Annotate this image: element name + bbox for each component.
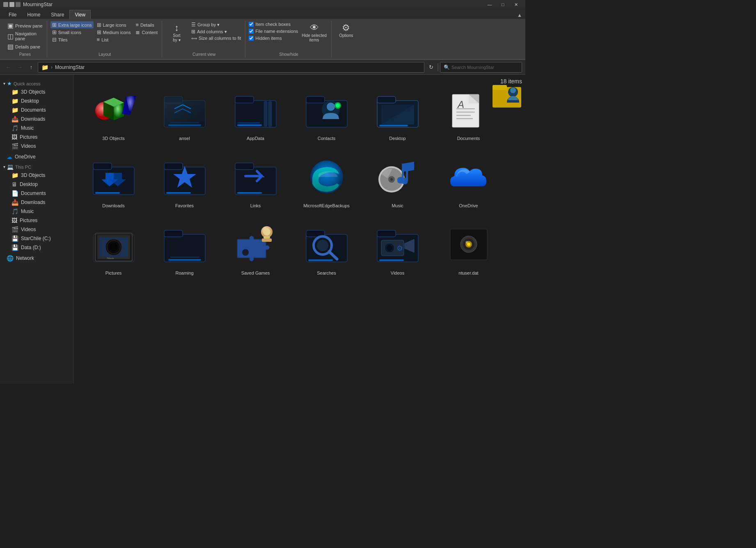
item-checkboxes-checkbox[interactable]: [249, 22, 254, 27]
svg-rect-70: [262, 238, 272, 242]
current-view-group: ↕ Sortby ▾ ☰ Group by ▾ ⊞ Add columns ▾: [163, 21, 245, 57]
tab-share[interactable]: Share: [46, 10, 69, 19]
svg-point-54: [390, 178, 393, 181]
folder-videos-icon: ⚙: [373, 219, 422, 268]
large-icons-button[interactable]: ⊞ Large icons: [95, 21, 133, 28]
folder-saved-games[interactable]: Saved Games: [222, 215, 289, 279]
sidebar-item-music-qa[interactable]: 🎵Music: [0, 124, 73, 133]
sidebar-item-downloads-qa[interactable]: 📥Downloads: [0, 115, 73, 124]
list-button[interactable]: ≡ List: [95, 36, 133, 43]
sidebar-item-pictures-qa[interactable]: 🖼Pictures: [0, 133, 73, 142]
folder-downloads[interactable]: Downloads: [80, 148, 147, 212]
refresh-button[interactable]: ↻: [426, 62, 436, 72]
sidebar-item-documents-pc[interactable]: 📄Documents: [0, 189, 73, 198]
svg-rect-46: [166, 192, 191, 194]
file-extensions-checkbox[interactable]: [249, 29, 254, 34]
folder-searches[interactable]: Searches: [293, 215, 360, 279]
tab-view[interactable]: View: [69, 10, 91, 19]
small-icons-button[interactable]: ⊞ Small icons: [50, 29, 94, 36]
folder-links-icon: [231, 151, 280, 201]
layout-group-label: Layout: [50, 51, 159, 57]
tab-home[interactable]: Home: [22, 10, 46, 19]
sidebar-item-starchile[interactable]: 💾StarChile (C:): [0, 234, 73, 243]
folder-documents-label: Documents: [457, 136, 480, 141]
svg-rect-65: [168, 259, 201, 261]
title-text: MourningStar: [23, 2, 53, 7]
maximize-button[interactable]: □: [497, 0, 509, 9]
title-bar: MourningStar — □ ✕: [0, 0, 525, 9]
hidden-items-checkbox[interactable]: [249, 36, 254, 41]
tab-file[interactable]: File: [3, 10, 22, 19]
folder-roaming-icon: [160, 219, 209, 268]
extra-large-icons-button[interactable]: ⊞ Extra large icons: [50, 21, 94, 28]
address-bar[interactable]: 📁 › MourningStar: [38, 62, 424, 73]
hidden-items-row: Hidden items: [249, 35, 298, 41]
up-button[interactable]: ↑: [26, 62, 36, 72]
svg-rect-20: [237, 122, 260, 124]
svg-rect-49: [237, 192, 262, 194]
folder-favorites[interactable]: Favorites: [151, 148, 218, 212]
folder-contacts[interactable]: Contacts: [293, 80, 360, 144]
sidebar-item-data[interactable]: 💾Data (D:): [0, 243, 73, 252]
folder-appdata[interactable]: AppData: [222, 80, 289, 144]
tiles-button[interactable]: ⊟ Tiles: [50, 36, 94, 43]
folder-ansel[interactable]: ansel: [151, 80, 218, 144]
hide-selected-button[interactable]: 👁 Hide selecteditems: [300, 21, 329, 51]
svg-rect-17: [264, 101, 267, 126]
folder-music-label: Music: [392, 203, 403, 208]
sidebar-item-documents-qa[interactable]: 📁Documents: [0, 105, 73, 115]
svg-rect-12: [164, 96, 183, 103]
close-button[interactable]: ✕: [510, 0, 522, 9]
sidebar-item-videos-qa[interactable]: 🎬Videos: [0, 142, 73, 151]
back-button[interactable]: ←: [3, 62, 13, 72]
folder-searches-label: Searches: [317, 271, 336, 275]
search-bar[interactable]: 🔍 Search MourningStar: [440, 62, 522, 73]
folder-onedrive[interactable]: OneDrive: [435, 148, 502, 212]
sidebar-item-3dobjects-pc[interactable]: 📁3D Objects: [0, 171, 73, 180]
folder-pictures[interactable]: Nikon Pictures: [80, 215, 147, 279]
file-ntuser[interactable]: ntuser.dat: [435, 215, 502, 279]
panes-group: ▣ Preview pane ◫ Navigationpane ▤ Detail…: [3, 21, 47, 57]
current-view-label: Current view: [165, 51, 243, 57]
item-checkboxes-row: Item check boxes: [249, 21, 298, 27]
svg-point-90: [467, 243, 470, 246]
medium-icons-button[interactable]: ⊞ Medium icons: [95, 29, 133, 36]
show-hide-label: Show/hide: [249, 51, 329, 57]
sidebar-item-music-pc[interactable]: 🎵Music: [0, 207, 73, 216]
sidebar-item-onedrive[interactable]: ☁OneDrive: [0, 152, 73, 161]
add-columns-button[interactable]: ⊞ Add columns ▾: [190, 28, 243, 35]
size-columns-button[interactable]: ⟺ Size all columns to fit: [190, 35, 243, 41]
forward-button[interactable]: →: [15, 62, 25, 72]
folder-3d-objects[interactable]: 3D Objects: [80, 80, 147, 144]
options-button[interactable]: ⚙ Options: [335, 21, 357, 39]
minimize-button[interactable]: —: [483, 0, 496, 9]
svg-rect-19: [237, 124, 262, 126]
folder-edge-backups[interactable]: MicrosoftEdgeBackups: [293, 148, 360, 212]
navigation-pane-button[interactable]: ◫ Navigationpane: [6, 31, 44, 41]
sidebar-item-desktop-pc[interactable]: 🖥Desktop: [0, 180, 73, 189]
svg-point-83: [387, 245, 392, 251]
svg-rect-42: [95, 192, 120, 194]
item-checkboxes-label: Item check boxes: [255, 22, 291, 27]
sidebar-item-desktop-qa[interactable]: 📁Desktop: [0, 96, 73, 105]
sidebar-item-videos-pc[interactable]: 🎬Videos: [0, 225, 73, 234]
content-button[interactable]: ≣ Content: [134, 29, 159, 36]
details-pane-button[interactable]: ▤ Details pane: [6, 42, 44, 51]
folder-roaming[interactable]: Roaming: [151, 215, 218, 279]
details-button[interactable]: ≡ Details: [134, 21, 159, 28]
panes-group-label: Panes: [6, 51, 44, 57]
folder-links[interactable]: Links: [222, 148, 289, 212]
preview-pane-button[interactable]: ▣ Preview pane: [6, 21, 44, 30]
sidebar-item-3d-objects-qa[interactable]: 📁3D Objects: [0, 87, 73, 96]
sort-by-button[interactable]: ↕ Sortby ▾: [165, 21, 188, 44]
sidebar-item-downloads-pc[interactable]: 📥Downloads: [0, 198, 73, 207]
sidebar: ▾ ★ Quick access 📁3D Objects 📁Desktop 📁D…: [0, 75, 74, 384]
folder-music[interactable]: Music: [364, 148, 431, 212]
ribbon-collapse-button[interactable]: ▲: [517, 12, 522, 18]
folder-videos[interactable]: ⚙ Videos: [364, 215, 431, 279]
folder-onedrive-icon: [444, 151, 493, 201]
sidebar-item-pictures-pc[interactable]: 🖼Pictures: [0, 216, 73, 225]
group-by-button[interactable]: ☰ Group by ▾: [190, 21, 243, 28]
sidebar-item-network[interactable]: 🌐 Network: [0, 254, 73, 263]
folder-desktop[interactable]: Desktop: [364, 80, 431, 144]
